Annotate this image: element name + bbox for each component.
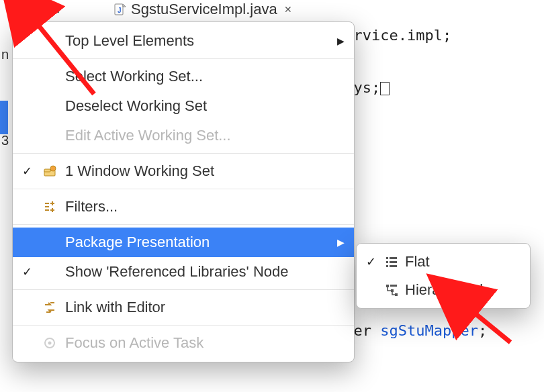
submenu-arrow-icon: ▶ [337,237,345,248]
submenu-hierarchical[interactable]: Hierarchical [357,276,530,304]
svg-rect-14 [390,261,397,263]
menu-edit-active-working-set: Edit Active Working Set... [13,121,354,150]
sidebar-selection-indicator [0,101,8,134]
sidebar-fragment: n [1,47,9,62]
java-file-icon: J [114,3,127,16]
menu-package-presentation[interactable]: Package Presentation ▶ [13,228,354,257]
svg-rect-16 [390,265,397,267]
filters-icon [41,199,58,214]
hierarchical-layout-icon [383,283,400,297]
maximize-icon[interactable] [46,3,62,16]
svg-marker-4 [123,4,126,7]
focus-task-icon [41,336,58,350]
svg-rect-19 [391,289,394,292]
svg-rect-15 [386,265,388,267]
menu-window-working-set[interactable]: ✓ 1 Window Working Set [13,156,354,186]
svg-rect-20 [395,293,398,296]
menu-focus-on-active-task: Focus on Active Task [13,328,354,358]
svg-rect-11 [386,257,388,259]
link-editor-icon [41,300,58,315]
menu-top-level-elements[interactable]: Top Level Elements ▶ [13,26,354,56]
submenu-arrow-icon: ▶ [337,36,345,46]
svg-point-10 [48,342,52,345]
view-menu-popup: Top Level Elements ▶ Select Working Set.… [12,21,355,362]
submenu-flat[interactable]: ✓ Flat [357,248,530,276]
menu-select-working-set[interactable]: Select Working Set... [13,62,354,91]
svg-point-8 [50,166,56,171]
minimize-icon[interactable] [26,3,42,16]
package-presentation-submenu: ✓ Flat Hierarchical [356,243,531,309]
menu-link-with-editor[interactable]: Link with Editor [13,293,354,322]
svg-rect-7 [44,169,50,172]
menu-show-referenced-libraries[interactable]: ✓ Show 'Referenced Libraries' Node [13,257,354,287]
tab-label: SgstuServiceImpl.java [131,1,277,18]
svg-marker-0 [9,7,18,13]
flat-layout-icon [383,254,400,269]
svg-rect-2 [49,7,58,13]
svg-rect-1 [29,10,38,12]
svg-rect-18 [390,285,397,287]
svg-text:J: J [118,7,122,14]
sidebar-fragment: 3 [1,133,9,148]
editor-tab[interactable]: J SgstuServiceImpl.java ✕ [107,0,298,19]
svg-rect-12 [390,257,397,259]
collapse-triangle-icon[interactable] [5,3,21,16]
working-set-icon [41,164,58,179]
svg-rect-13 [386,261,388,263]
close-tab-icon[interactable]: ✕ [284,4,292,15]
svg-rect-17 [386,285,389,287]
menu-filters[interactable]: Filters... [13,192,354,222]
menu-deselect-working-set[interactable]: Deselect Working Set [13,91,354,121]
